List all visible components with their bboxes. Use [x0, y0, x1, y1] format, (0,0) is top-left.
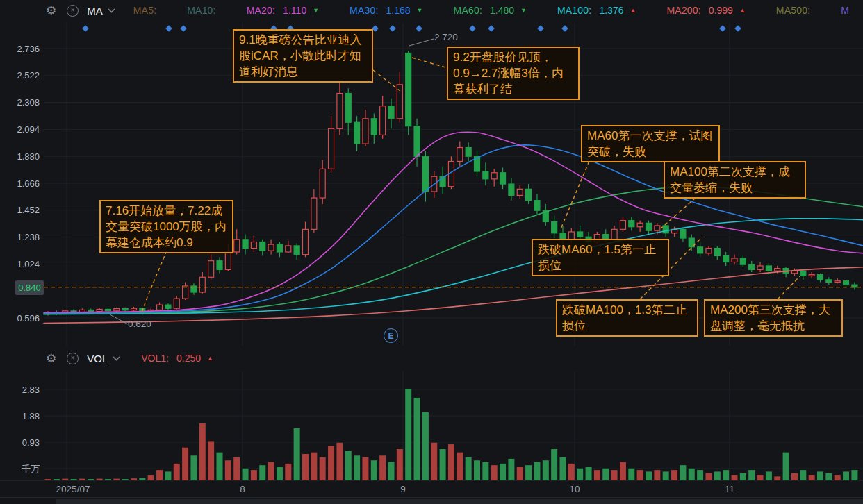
chart-scrollbar[interactable] [0, 497, 863, 504]
event-diamond-icon [165, 25, 172, 32]
ma-legend-item[interactable]: MA5: [133, 5, 156, 16]
ma-legend-item[interactable]: M [841, 5, 849, 16]
event-diamonds-layer [82, 25, 741, 32]
arrow-down-icon: ▼ [417, 7, 423, 14]
svg-text:2.522: 2.522 [17, 70, 40, 81]
vol1-arrow-up-icon: ▲ [207, 355, 213, 362]
ma-legend-item[interactable]: MA10: [187, 5, 215, 16]
ma-legend-label: MA100: [557, 5, 591, 16]
ma-legend-label: MA20: [247, 5, 275, 16]
svg-text:2.308: 2.308 [17, 97, 40, 108]
event-diamond-icon [719, 25, 726, 32]
event-diamond-icon [469, 25, 476, 32]
vol-selector[interactable]: VOL [87, 353, 123, 364]
event-diamond-icon [416, 25, 422, 32]
ma-legend-label: MA200: [666, 5, 700, 16]
arrow-down-icon: ▼ [313, 7, 319, 14]
annotation-callout: MA60第一次支撑，试图突破，失败 [581, 125, 720, 162]
arrow-down-icon: ▼ [520, 7, 527, 14]
ma-legend-label: MA10: [187, 5, 215, 16]
svg-text:2025/07: 2025/07 [56, 484, 90, 494]
ma-legend-label: MA60: [454, 5, 482, 16]
svg-text:0.93: 0.93 [22, 437, 40, 448]
ma-legend-label: MA30: [350, 5, 378, 16]
svg-text:10: 10 [569, 484, 580, 494]
vol1-legend-item[interactable]: VOL1: 0.250 ▲ [141, 353, 213, 364]
ma-legend-value: 0.999 [709, 5, 733, 16]
event-diamond-icon [561, 25, 568, 32]
ma-legend-value: 1.480 [490, 5, 514, 16]
svg-text:千万: 千万 [22, 464, 40, 474]
annotation-callout: 跌破MA100，1.3第二止损位 [556, 299, 698, 337]
gear-icon[interactable]: ⚙ [46, 353, 56, 364]
ma-selector[interactable]: MA [87, 5, 118, 17]
ma-legend-item[interactable]: MA100:1.376▲ [557, 5, 636, 16]
ma-selector-label: MA [87, 5, 103, 17]
ma-legend-value: 1.110 [283, 5, 306, 16]
close-indicator-icon[interactable]: × [67, 5, 79, 17]
ma-legend-item[interactable]: MA200:0.999▲ [666, 5, 745, 16]
vol-selector-label: VOL [87, 353, 108, 364]
svg-text:9: 9 [400, 484, 406, 494]
svg-text:1.238: 1.238 [17, 232, 40, 242]
annotation-callout: 跌破MA60，1.5第一止损位 [532, 239, 669, 276]
annotation-callout: MA100第二次支撑，成交量萎缩，失败 [664, 161, 806, 199]
ma-legend-label: MA500: [776, 5, 810, 16]
annotation-callout: 9.2开盘股价见顶，0.9→2.7涨幅3倍，内幕获利了结 [447, 47, 580, 100]
vol-indicator-toolbar: ⚙ × VOL VOL1: 0.250 ▲ [0, 348, 213, 368]
svg-text:2.094: 2.094 [17, 124, 40, 135]
ma-legend-item[interactable]: MA60:1.480▼ [454, 5, 527, 16]
svg-text:2.83: 2.83 [22, 385, 40, 395]
stock-chart-app: 2.7362.5222.3082.0941.8801.6661.4521.238… [0, 0, 863, 504]
ma-legend-label: M [841, 5, 849, 16]
ma-legend-value: 1.168 [386, 5, 411, 16]
event-diamond-icon [180, 25, 187, 32]
ma-legend: MA5:MA10:MA20:1.110▼MA30:1.168▼MA60:1.48… [118, 4, 849, 17]
current-price-tag: 0.840 [15, 280, 44, 295]
event-diamond-icon [488, 25, 495, 32]
svg-text:8: 8 [240, 484, 245, 494]
ma-indicator-toolbar: ⚙ × MA MA5:MA10:MA20:1.110▼MA30:1.168▼MA… [0, 0, 863, 21]
annotation-callout: 9.1晚重磅公告比亚迪入股iCAR，小散此时才知道利好消息 [233, 29, 373, 83]
arrow-up-icon: ▲ [630, 7, 636, 14]
svg-text:2.736: 2.736 [17, 44, 40, 54]
event-diamond-icon [537, 25, 544, 32]
svg-text:1.880: 1.880 [17, 151, 40, 162]
earnings-event-badge[interactable]: E [384, 328, 398, 343]
svg-text:1.452: 1.452 [17, 205, 40, 215]
ma-legend-item[interactable]: MA500: [776, 5, 810, 16]
annotation-callout: MA200第三次支撑，大盘调整，毫无抵抗 [704, 299, 843, 337]
svg-text:0.596: 0.596 [17, 313, 40, 324]
arrow-up-icon: ▲ [739, 7, 746, 14]
ma-legend-label: MA5: [133, 5, 156, 16]
svg-text:1.024: 1.024 [17, 259, 40, 269]
chart-scrollbar-thumb[interactable] [56, 499, 863, 504]
close-indicator-icon[interactable]: × [67, 353, 79, 364]
gear-icon[interactable]: ⚙ [46, 5, 56, 17]
event-diamond-icon [82, 25, 89, 32]
ma-legend-value: 1.376 [599, 5, 623, 16]
volume-bars-layer [45, 389, 858, 480]
chevron-down-icon [113, 356, 120, 361]
event-diamond-icon [734, 25, 741, 32]
svg-text:1.88: 1.88 [22, 411, 40, 421]
vol1-value: 0.250 [176, 353, 201, 364]
peak-price-label: 2.720 [434, 32, 458, 42]
annotation-callout: 7.16开始放量，7.22成交量突破1000万股，内幕建仓成本约0.9 [99, 200, 233, 253]
low-price-label: 0.620 [128, 319, 151, 329]
svg-text:1.666: 1.666 [17, 178, 40, 189]
chevron-down-icon [108, 8, 115, 13]
vol1-label: VOL1: [141, 353, 169, 364]
event-diamond-icon [389, 25, 396, 32]
ma-legend-item[interactable]: MA20:1.110▼ [247, 5, 319, 16]
svg-text:11: 11 [725, 484, 734, 494]
ma-legend-item[interactable]: MA30:1.168▼ [350, 5, 422, 16]
